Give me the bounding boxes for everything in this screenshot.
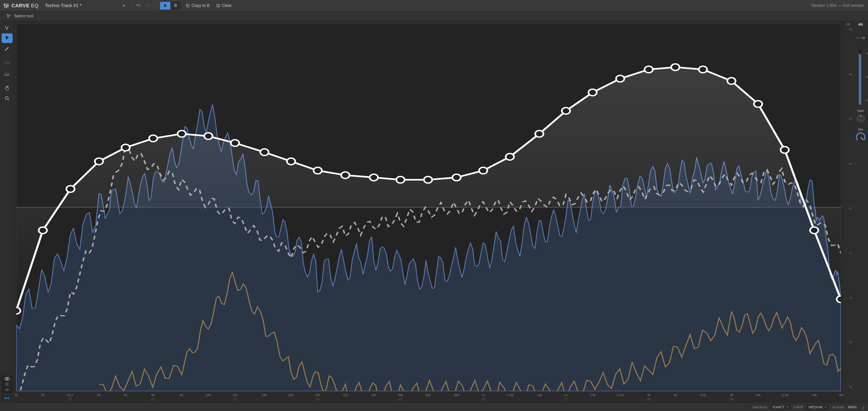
svg-point-47 xyxy=(780,147,789,153)
redo-button[interactable] xyxy=(144,0,154,11)
undo-button[interactable] xyxy=(133,0,144,11)
svg-point-48 xyxy=(810,227,818,233)
svg-rect-6 xyxy=(187,5,189,7)
svg-point-29 xyxy=(287,158,295,165)
svg-point-31 xyxy=(341,172,349,179)
right-controls: dB +0 −16−32−48 Gain Mix xyxy=(853,21,868,403)
hand-icon xyxy=(5,85,9,90)
tweak-tool-button[interactable] xyxy=(2,23,12,32)
pencil-tool-button[interactable] xyxy=(2,44,12,54)
gain-knob[interactable] xyxy=(856,114,866,124)
svg-point-19 xyxy=(16,307,20,314)
curve-dots-icon xyxy=(4,61,10,65)
copy-to-button[interactable]: Copy to B xyxy=(183,0,213,11)
chevron-down-icon: ▼ xyxy=(825,406,827,408)
ab-b-button[interactable]: B xyxy=(170,2,181,9)
version-text: Version 1.004 — Full version xyxy=(807,3,868,8)
svg-point-13 xyxy=(7,377,9,380)
svg-point-33 xyxy=(396,177,405,183)
app-logo: CARVE EQ xyxy=(0,0,42,11)
redo-icon xyxy=(146,3,151,8)
zoom-tool-button[interactable] xyxy=(2,94,12,103)
right-panel: dB +8+6+4+2+0−2−4−6−8 dB +0 −16−32−48 Ga… xyxy=(843,21,868,403)
mix-knob-label: Mix xyxy=(858,128,863,131)
svg-point-42 xyxy=(645,66,653,73)
svg-point-24 xyxy=(149,135,157,142)
main-area: M/S 202531.54050638010012516020025031540… xyxy=(0,21,868,403)
svg-rect-4 xyxy=(6,6,7,7)
svg-point-25 xyxy=(178,131,186,137)
tool-sidebar: M/S xyxy=(0,21,14,403)
eq-graph[interactable] xyxy=(16,23,841,391)
svg-point-23 xyxy=(122,144,130,151)
preset-selector[interactable]: Techno Track #1 * ▼ xyxy=(42,0,129,11)
dashed-line-icon xyxy=(857,38,860,38)
uiscale-value[interactable]: 400% xyxy=(848,405,857,409)
db-ticks: +8+6+4+2+0−2−4−6−8 xyxy=(843,27,853,403)
svg-point-39 xyxy=(562,107,570,114)
select-tool-button[interactable] xyxy=(2,33,12,43)
svg-point-20 xyxy=(39,227,47,233)
svg-point-43 xyxy=(671,64,679,70)
svg-point-10 xyxy=(5,97,8,100)
svg-point-30 xyxy=(314,167,322,174)
spectrum-selector[interactable]: EXACT ▼ xyxy=(771,404,791,410)
falloff-selector[interactable]: MEDIUM ▼ xyxy=(807,404,829,410)
svg-point-49 xyxy=(837,296,841,303)
cursor-icon xyxy=(6,14,11,19)
stereo-both-button[interactable] xyxy=(3,376,11,381)
svg-point-27 xyxy=(231,140,239,146)
falloff-label: Falloff: xyxy=(794,405,804,409)
svg-point-28 xyxy=(260,149,269,156)
svg-point-38 xyxy=(535,131,544,137)
stereo-mode-group xyxy=(2,375,12,393)
svg-line-8 xyxy=(217,5,219,6)
chevron-down-icon: ▼ xyxy=(786,406,788,408)
svg-line-11 xyxy=(7,99,9,100)
svg-point-32 xyxy=(370,174,378,181)
gain-readout: +0 xyxy=(857,36,865,40)
spectrum-label: Spectrum: xyxy=(752,405,768,409)
undo-icon xyxy=(136,3,141,8)
stereo-side-button[interactable] xyxy=(3,387,11,392)
clear-button[interactable]: Clear xyxy=(213,0,235,11)
svg-point-40 xyxy=(588,89,597,96)
gain-knob-label: Gain xyxy=(857,109,864,113)
tool-name-label: Select tool xyxy=(14,14,33,19)
resize-grip-icon[interactable] xyxy=(861,405,865,409)
svg-point-26 xyxy=(204,133,212,139)
tool-info-bar: Select tool xyxy=(0,11,868,21)
svg-point-45 xyxy=(727,77,736,84)
preset-name: Techno Track #1 * xyxy=(45,3,82,8)
db-scale-column: dB +8+6+4+2+0−2−4−6−8 xyxy=(843,21,853,403)
svg-rect-3 xyxy=(4,4,5,5)
mix-knob[interactable] xyxy=(856,132,866,142)
select-cursor-icon xyxy=(4,35,10,41)
match-tool-button[interactable] xyxy=(2,58,12,68)
pan-tool-button[interactable] xyxy=(2,83,12,93)
top-bar: CARVE EQ Techno Track #1 * ▼ A B Copy to… xyxy=(0,0,868,11)
clear-icon xyxy=(216,4,220,8)
stereo-mid-button[interactable] xyxy=(3,382,11,387)
magnifier-icon xyxy=(5,96,9,101)
svg-point-21 xyxy=(66,186,74,192)
tweak-cursor-icon xyxy=(4,25,10,30)
chevron-down-icon: ▼ xyxy=(122,4,125,7)
svg-rect-5 xyxy=(7,5,8,6)
svg-point-41 xyxy=(616,75,624,82)
output-meter: −16−32−48 xyxy=(859,49,863,105)
reference-tool-button[interactable] xyxy=(2,69,12,78)
svg-point-36 xyxy=(479,167,487,174)
graph-area: 202531.540506380100125160200250315400500… xyxy=(14,21,843,403)
sliders-icon xyxy=(3,3,9,9)
db-header-left: dB xyxy=(846,22,850,27)
pencil-icon xyxy=(5,46,9,51)
ab-compare: A B xyxy=(160,2,181,10)
db-header-right: dB xyxy=(859,22,863,27)
svg-point-35 xyxy=(453,174,461,181)
ms-toggle-button[interactable]: M/S xyxy=(2,396,12,401)
copy-icon xyxy=(186,4,190,8)
svg-point-34 xyxy=(424,177,432,183)
ab-a-button[interactable]: A xyxy=(160,2,170,9)
curve-baseline-icon xyxy=(4,71,10,76)
